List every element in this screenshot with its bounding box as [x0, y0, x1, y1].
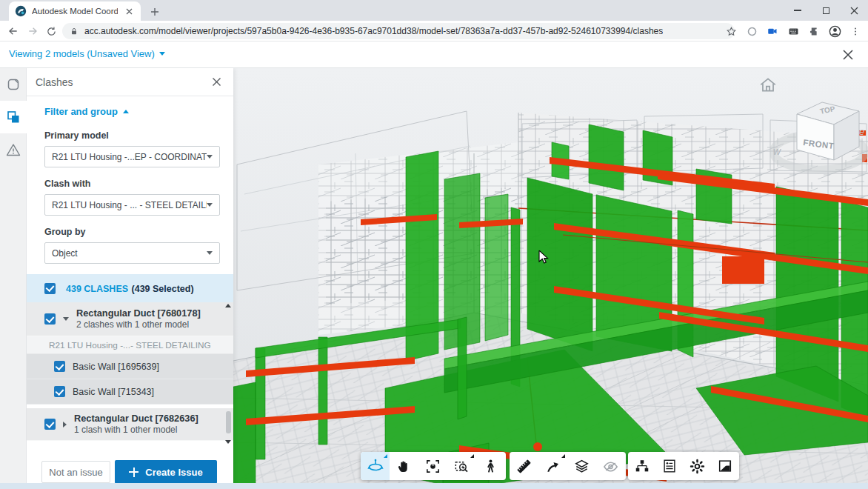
forward-icon[interactable] — [24, 22, 41, 40]
tab-close-icon[interactable] — [123, 5, 135, 17]
window-maximize-icon[interactable] — [812, 0, 840, 21]
group-subtitle: 2 clashes with 1 other model — [76, 319, 201, 330]
group-by-select[interactable]: Object — [44, 242, 220, 264]
viewcube[interactable]: w e FRONT TOP — [770, 82, 868, 178]
item-checkbox[interactable] — [54, 361, 65, 372]
group-by-value: Object — [52, 248, 207, 259]
clash-with-select[interactable]: R21 LTU Housing - ... - STEEL DETAILING — [44, 194, 220, 216]
primary-model-select[interactable]: R21 LTU Housing -...EP - COORDINATION — [44, 146, 220, 167]
zoom-region-icon[interactable] — [447, 452, 476, 480]
group-title: Rectangular Duct [7680178] — [76, 307, 201, 319]
new-tab-button[interactable] — [147, 4, 163, 20]
first-person-icon[interactable] — [476, 452, 505, 480]
chevron-down-icon[interactable] — [63, 317, 69, 321]
lock-icon — [70, 27, 79, 36]
create-issue-label: Create Issue — [145, 467, 202, 478]
left-rail — [0, 68, 27, 489]
favicon-model-coordination — [15, 5, 27, 17]
viewing-models-dropdown[interactable]: Viewing 2 models (Unsaved View) — [9, 48, 165, 59]
extension-circle-icon[interactable] — [744, 23, 760, 39]
orbit-icon[interactable] — [361, 452, 390, 480]
toolbar-navigate-group — [361, 452, 506, 480]
ghosting-eye-icon[interactable] — [596, 452, 625, 480]
chevron-down-icon — [207, 155, 213, 159]
group-checkbox[interactable] — [44, 419, 56, 430]
chevron-right-icon[interactable] — [63, 422, 67, 428]
rail-issues-warning-icon[interactable] — [0, 133, 27, 166]
select-all-checkbox[interactable] — [44, 283, 56, 294]
screen-capture-icon[interactable] — [764, 23, 781, 39]
viewer-close-button[interactable] — [838, 45, 858, 64]
rail-models-icon[interactable] — [0, 68, 27, 101]
browser-menu-kebab-icon[interactable] — [847, 23, 864, 39]
properties-icon[interactable] — [656, 452, 684, 480]
clashes-panel-header: Clashes — [27, 68, 233, 96]
group-model-header: R21 LTU Housing -...- STEEL DETAILING — [27, 336, 233, 354]
chevron-up-icon — [123, 110, 129, 113]
url-text: acc.autodesk.com/model/viewer/projects/5… — [84, 26, 663, 36]
item-label: Basic Wall [1695639] — [73, 362, 159, 372]
bookmark-star-icon[interactable] — [723, 23, 739, 39]
flyout-indicator-icon — [561, 454, 565, 458]
layers-icon[interactable] — [567, 452, 596, 480]
profile-avatar-icon[interactable] — [827, 23, 843, 39]
scroll-thumb[interactable] — [226, 411, 231, 433]
window-minimize-icon[interactable] — [784, 0, 812, 21]
chevron-down-icon — [159, 52, 165, 56]
app-window: Autodesk Model Coordination — [0, 0, 868, 489]
flyout-indicator-icon — [470, 454, 474, 458]
create-issue-button[interactable]: Create Issue — [115, 460, 217, 484]
viewer-app-bar: Viewing 2 models (Unsaved View) — [0, 41, 868, 68]
markup-icon[interactable] — [538, 452, 567, 480]
viewcube-west-label: w — [773, 145, 781, 157]
window-controls — [784, 0, 868, 21]
address-bar[interactable]: acc.autodesk.com/model/viewer/projects/5… — [62, 23, 735, 39]
flyout-indicator-icon — [384, 454, 387, 458]
toolbar-tools-group — [510, 452, 626, 480]
clashes-summary-row[interactable]: 439 CLASHES (439 Selected) — [27, 274, 233, 302]
reload-icon[interactable] — [42, 22, 60, 40]
pan-icon[interactable] — [390, 452, 418, 480]
panel-close-icon[interactable] — [208, 74, 224, 90]
rail-clashes-icon[interactable] — [0, 101, 27, 133]
settings-gear-icon[interactable] — [684, 452, 712, 480]
bottom-edge-strip — [0, 483, 868, 489]
clash-item-row[interactable]: Basic Wall [715343] — [27, 379, 233, 405]
measure-icon[interactable] — [510, 452, 538, 480]
group-subtitle: 1 clash with 1 other model — [74, 425, 198, 436]
viewcube-east-label: e — [859, 126, 864, 137]
viewing-models-label: Viewing 2 models (Unsaved View) — [9, 48, 155, 59]
model-browser-icon[interactable] — [628, 452, 656, 480]
clash-count: 439 CLASHES — [66, 284, 128, 294]
clash-item-row[interactable]: Basic Wall [1695639] — [27, 354, 233, 379]
browser-toolbar: acc.autodesk.com/model/viewer/projects/5… — [0, 21, 868, 41]
primary-model-label: Primary model — [44, 130, 220, 141]
viewer-workspace: w e FRONT TOP — [0, 68, 868, 489]
group-by-label: Group by — [44, 227, 220, 237]
keyboard-extension-icon[interactable] — [785, 23, 801, 39]
not-an-issue-button[interactable]: Not an issue — [41, 461, 110, 483]
chevron-down-icon — [207, 251, 213, 255]
clash-group-row[interactable]: Rectangular Duct [7682636] 1 clash with … — [27, 408, 233, 441]
panel-title: Clashes — [36, 76, 208, 88]
item-checkbox[interactable] — [54, 386, 65, 397]
back-icon[interactable] — [4, 22, 22, 40]
browser-tab[interactable]: Autodesk Model Coordination — [9, 1, 141, 21]
chevron-down-icon — [207, 203, 213, 207]
filter-fields: Primary model R21 LTU Housing -...EP - C… — [27, 130, 233, 264]
window-close-icon[interactable] — [840, 0, 868, 21]
zoom-window-icon[interactable] — [418, 452, 447, 480]
extensions-puzzle-icon[interactable] — [806, 23, 822, 39]
group-checkbox[interactable] — [44, 313, 56, 325]
list-scrollbar[interactable] — [224, 302, 232, 445]
filter-and-group-toggle[interactable]: Filter and group — [27, 96, 233, 119]
browser-tab-strip: Autodesk Model Coordination — [0, 0, 868, 21]
render-view-icon[interactable] — [712, 452, 740, 480]
scroll-down-icon[interactable] — [225, 440, 231, 444]
clash-with-label: Clash with — [44, 179, 220, 189]
toolbar-panels-group — [628, 452, 739, 480]
scroll-up-icon[interactable] — [225, 304, 231, 307]
clash-group-row[interactable]: Rectangular Duct [7680178] 2 clashes wit… — [27, 302, 233, 336]
filter-toggle-label: Filter and group — [44, 106, 118, 117]
browser-extensions-row — [723, 22, 864, 40]
